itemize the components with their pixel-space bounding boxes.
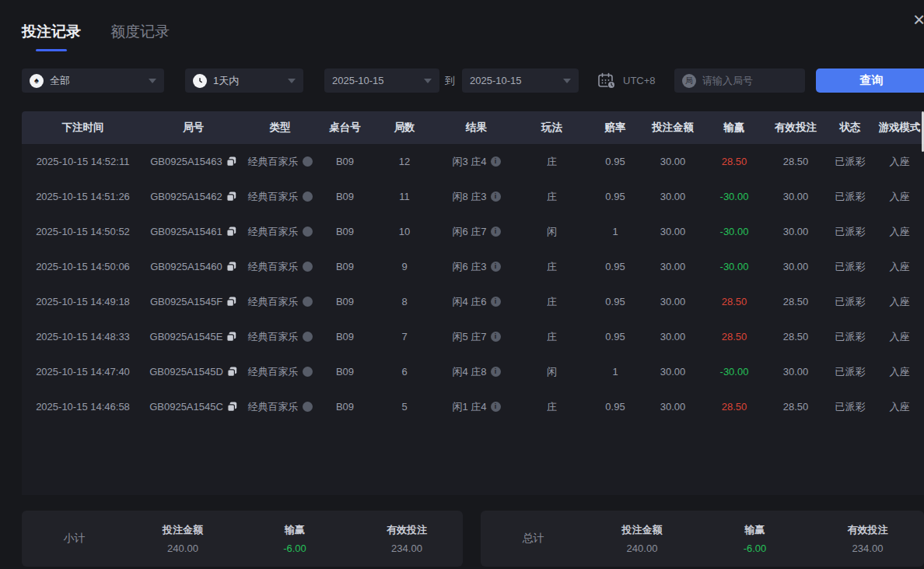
cell-bet-time-text: 2025-10-15 14:52:11	[37, 156, 130, 167]
column-header-status: 状态	[825, 111, 875, 144]
cell-result: 闲4 庄8i	[436, 354, 516, 389]
game-type-value: 全部	[50, 74, 70, 88]
info-icon[interactable]: i	[491, 297, 501, 307]
cell-game-mode-text: 入座	[890, 225, 910, 239]
cell-result-text: 闲4 庄8	[452, 365, 486, 379]
cell-bet-time: 2025-10-15 14:50:52	[22, 214, 144, 249]
copy-icon[interactable]	[226, 227, 236, 237]
cell-game-mode: 入座	[875, 284, 924, 319]
cell-valid-bet: 30.00	[766, 249, 825, 284]
game-type-badge-icon	[303, 297, 313, 307]
cell-game-mode-text: 入座	[890, 365, 910, 379]
info-icon[interactable]: i	[491, 367, 501, 377]
cell-win-loss: 28.50	[702, 144, 766, 179]
game-type-badge-icon	[303, 367, 313, 377]
column-header-table-no: 桌台号	[317, 111, 373, 144]
cell-table-no-text: B09	[336, 331, 354, 342]
copy-icon[interactable]	[227, 367, 237, 377]
round-circle-icon: 局	[682, 74, 696, 88]
cell-odds-text: 0.95	[605, 156, 625, 167]
cell-table-no-text: B09	[336, 156, 354, 167]
cell-status: 已派彩	[825, 319, 875, 354]
time-range-dropdown[interactable]: 1天内	[185, 68, 303, 93]
cell-game-mode: 入座	[875, 179, 924, 214]
date-from-value: 2025-10-15	[332, 75, 384, 86]
game-type-badge-icon	[303, 191, 313, 202]
info-icon[interactable]: i	[491, 227, 501, 237]
game-type-badge-icon	[303, 332, 313, 342]
copy-icon[interactable]	[226, 297, 236, 307]
cell-odds: 0.95	[587, 179, 643, 214]
cell-type-text: 经典百家乐	[248, 225, 299, 239]
cell-odds: 0.95	[587, 284, 643, 319]
copy-icon[interactable]	[226, 156, 236, 167]
cell-result-text: 闲5 庄7	[452, 330, 486, 344]
copy-icon[interactable]	[226, 191, 236, 202]
cell-odds: 1	[587, 354, 643, 389]
query-button[interactable]: 查询	[816, 68, 924, 93]
column-header-type: 类型	[243, 111, 317, 144]
cell-win-loss: -30.00	[702, 249, 766, 284]
cell-result-text: 闲3 庄4	[452, 155, 486, 169]
cell-type: 经典百家乐	[243, 214, 317, 249]
date-to-dropdown[interactable]: 2025-10-15	[462, 68, 579, 93]
cell-bet-amount-text: 30.00	[660, 261, 686, 272]
clock-icon	[193, 74, 207, 88]
cell-round-id-text: GB0925A1545D	[149, 366, 223, 378]
tab-quota-records[interactable]: 额度记录	[110, 22, 170, 51]
cell-odds-text: 1	[612, 226, 618, 237]
cell-type-text: 经典百家乐	[248, 155, 299, 169]
time-range-value: 1天内	[213, 74, 239, 88]
cell-play: 闲	[516, 354, 587, 389]
cell-bet-amount: 30.00	[643, 319, 702, 354]
cell-play-text: 庄	[547, 155, 557, 169]
cell-game-mode: 入座	[875, 389, 924, 424]
cell-play-text: 庄	[547, 295, 557, 309]
cell-valid-bet-text: 28.50	[783, 331, 809, 342]
game-type-badge-icon	[303, 402, 313, 412]
cell-table-no-text: B09	[336, 366, 354, 378]
info-icon[interactable]: i	[491, 262, 501, 272]
cell-game-mode-text: 入座	[890, 400, 910, 414]
cell-round-id-text: GB0925A15461	[150, 226, 222, 237]
cell-table-no: B09	[317, 319, 373, 354]
cell-bet-time: 2025-10-15 14:47:40	[22, 354, 144, 389]
close-icon[interactable]: ×	[913, 9, 924, 30]
cell-bet-time: 2025-10-15 14:51:26	[22, 179, 144, 214]
copy-icon[interactable]	[226, 332, 236, 342]
cell-status: 已派彩	[825, 354, 875, 389]
cell-bet-time-text: 2025-10-15 14:46:58	[36, 401, 130, 413]
cell-table-no: B09	[317, 179, 373, 214]
round-search-input[interactable]	[702, 75, 797, 86]
copy-icon[interactable]	[227, 402, 237, 412]
cell-valid-bet-text: 30.00	[783, 226, 809, 237]
spade-icon: ♠	[30, 74, 44, 88]
info-icon[interactable]: i	[491, 156, 501, 167]
info-icon[interactable]: i	[491, 402, 501, 412]
game-type-badge-icon	[303, 227, 313, 237]
cell-round-count: 6	[373, 354, 436, 389]
column-header-round-id: 局号	[144, 111, 243, 144]
info-icon[interactable]: i	[491, 191, 501, 202]
column-header-game-mode: 游戏模式	[875, 111, 924, 144]
tab-betting-records[interactable]: 投注记录	[22, 22, 81, 51]
cell-play-text: 庄	[547, 260, 557, 274]
chevron-down-icon	[288, 79, 296, 83]
cell-round-id: GB0925A1545E	[144, 319, 243, 354]
game-type-dropdown[interactable]: ♠ 全部	[22, 68, 164, 93]
cell-valid-bet-text: 28.50	[783, 401, 809, 413]
date-from-dropdown[interactable]: 2025-10-15	[324, 68, 439, 93]
cell-win-loss: -30.00	[702, 214, 766, 249]
cell-round-id: GB0925A15463	[144, 144, 243, 179]
betting-records-table: 下注时间局号类型桌台号局数结果玩法赔率投注金额输赢有效投注状态游戏模式 2025…	[22, 111, 924, 495]
cell-type-text: 经典百家乐	[248, 400, 299, 414]
cell-bet-amount-text: 30.00	[660, 401, 686, 413]
cell-round-count: 12	[373, 144, 436, 179]
cell-bet-amount-text: 30.00	[660, 366, 686, 378]
cell-result: 闲6 庄3i	[436, 249, 516, 284]
cell-valid-bet: 30.00	[766, 214, 825, 249]
cell-win-loss-text: 28.50	[722, 401, 747, 413]
cell-valid-bet: 28.50	[766, 319, 825, 354]
info-icon[interactable]: i	[491, 332, 501, 342]
copy-icon[interactable]	[226, 262, 236, 272]
